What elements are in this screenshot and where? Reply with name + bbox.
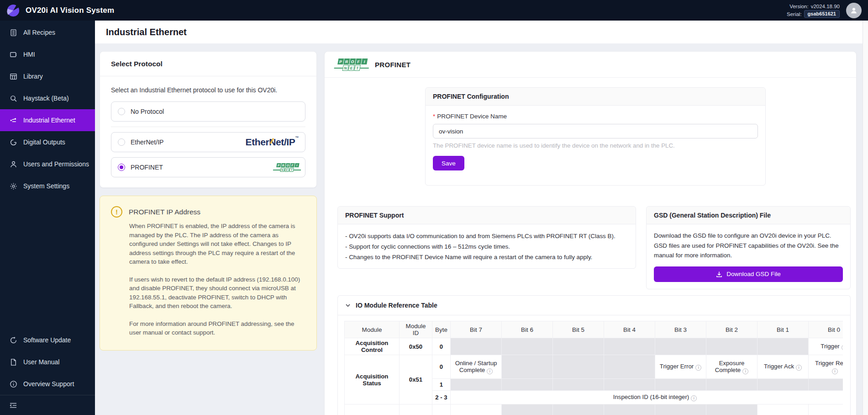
sidebar-item-system-settings[interactable]: System Settings [0, 175, 95, 197]
cell-exposure-complete: Exposure Completei [706, 355, 758, 379]
profinet-logo-letter: E [284, 168, 289, 172]
table-row-acquisition-control: Acquisition Control 0x50 0 Triggeri [345, 338, 843, 355]
sidebar-item-software-update[interactable]: Software Update [0, 329, 95, 351]
ethernet-ip-logo: EtherNet/IP™ [246, 137, 299, 148]
version-value: v2024.18.90 [811, 3, 840, 10]
profinet-logo-letter: I [361, 59, 368, 64]
cell-reserved [604, 379, 655, 391]
chevron-down-icon [345, 303, 351, 308]
cell-reserved [655, 379, 706, 391]
search-icon [10, 95, 17, 102]
app-title: OV20i AI Vision System [26, 6, 114, 15]
cell-reserved [758, 379, 809, 391]
profinet-support-title: PROFINET Support [338, 207, 636, 224]
cell-inspection: Inspection [809, 404, 843, 415]
protocol-option-no-protocol[interactable]: No Protocol [111, 101, 305, 122]
cell-reserved [604, 404, 655, 415]
page-scrollbar[interactable] [863, 21, 868, 415]
download-gsd-label: Download GSD File [726, 271, 781, 277]
serial-badge: gsab651621 [804, 10, 840, 18]
sidebar-item-hmi[interactable]: HMI [0, 43, 95, 65]
cell-trigger-ready: Trigger Readyi [809, 355, 843, 379]
sidebar-item-haystack[interactable]: Haystack (Beta) [0, 87, 95, 109]
device-name-input[interactable] [433, 124, 758, 138]
cell-module: Acquisition Status [345, 355, 400, 404]
cell-byte: 0 [432, 338, 451, 355]
radio-ethernet-ip[interactable] [118, 138, 125, 146]
profinet-panel: PROFI NET PROFINET PROFINET Configuratio… [324, 51, 857, 415]
download-icon [716, 271, 722, 277]
recipes-icon [10, 29, 17, 37]
radio-no-protocol[interactable] [118, 108, 125, 115]
profinet-logo-letter: F [290, 163, 295, 167]
cell-online-startup-complete: Online / Startup Completei [451, 355, 502, 379]
info-icon[interactable]: i [832, 368, 838, 374]
info-icon[interactable]: i [842, 345, 843, 351]
collapse-menu-icon[interactable] [9, 402, 17, 409]
sidebar-item-overview-support[interactable]: Overview Support [0, 373, 95, 395]
cell-reserved [451, 338, 502, 355]
cell-reserved [553, 404, 604, 415]
cell-module-id: 0x51 [400, 355, 432, 404]
profinet-logo-letter: O [285, 163, 290, 167]
cell-byte: 2 - 3 [432, 391, 451, 404]
cell-reserved [809, 379, 843, 391]
cell-byte: 0 [432, 404, 451, 415]
protocol-option-ethernet-ip[interactable]: EtherNet/IP EtherNet/IP™ [111, 132, 305, 152]
table-row-inspection-status: Inspection Status 0x53 0 Busyi Inspectio… [345, 404, 843, 415]
sidebar-item-label: Digital Outputs [23, 138, 65, 146]
support-bullet: - OV20i supports data I/O communication … [345, 231, 628, 241]
info-icon[interactable]: i [695, 365, 701, 371]
library-icon [10, 73, 17, 80]
info-icon[interactable]: i [691, 395, 697, 401]
page-title: Industrial Ethernet [95, 27, 187, 37]
cell-reserved [553, 379, 604, 391]
user-avatar[interactable] [846, 3, 862, 18]
page-title-band: Industrial Ethernet [95, 21, 868, 43]
sidebar-item-library[interactable]: Library [0, 65, 95, 87]
save-button[interactable]: Save [433, 156, 464, 170]
gsd-title: GSD (General Station Description) File [647, 207, 850, 224]
profinet-logo-letter: T [289, 168, 294, 172]
sidebar-item-label: All Recipes [23, 29, 55, 36]
profinet-ip-warning: ! PROFINET IP Address When PROFINET is e… [100, 196, 317, 351]
profinet-configuration-box: PROFINET Configuration *PROFINET Device … [425, 87, 766, 186]
sidebar: All Recipes HMI Library Haystack (Beta) … [0, 21, 95, 415]
warning-paragraph: If users wish to revert to the default I… [129, 275, 304, 311]
radio-profinet[interactable] [118, 164, 125, 171]
sidebar-item-label: System Settings [23, 182, 69, 190]
col-bit5: Bit 5 [553, 321, 604, 338]
cell-busy: Busyi [451, 404, 502, 415]
profinet-logo-small: PROFI NET [275, 163, 299, 172]
io-table-scroll-area[interactable]: Module Module ID Byte Bit 7 Bit 6 Bit 5 … [344, 321, 843, 415]
manual-icon [10, 358, 17, 366]
cell-reserved [553, 338, 604, 355]
io-table-title: IO Module Reference Table [356, 302, 437, 309]
version-block: Version:v2024.18.90 Serial:gsab651621 [787, 3, 840, 18]
sidebar-item-all-recipes[interactable]: All Recipes [0, 21, 95, 43]
sidebar-item-label: Haystack (Beta) [23, 95, 69, 102]
info-icon[interactable]: i [742, 368, 748, 374]
profinet-logo-letter: I [295, 163, 300, 167]
cell-module-id: 0x50 [400, 338, 432, 355]
info-icon[interactable]: i [796, 365, 802, 371]
profinet-logo-letter: R [281, 163, 286, 167]
cell-reserved [502, 338, 553, 355]
info-icon[interactable]: i [487, 368, 493, 374]
options-divider [111, 127, 305, 127]
io-table-section-toggle[interactable]: IO Module Reference Table [338, 296, 850, 315]
user-icon [850, 6, 858, 15]
protocol-option-profinet[interactable]: PROFINET PROFI NET [111, 157, 305, 177]
sidebar-item-digital-outputs[interactable]: Digital Outputs [0, 131, 95, 153]
device-name-label: *PROFINET Device Name [433, 113, 758, 120]
select-protocol-card: Select Protocol Select an Industrial Eth… [100, 51, 317, 188]
cell-module: Acquisition Control [345, 338, 400, 355]
cell-reserved [604, 355, 655, 379]
sidebar-item-industrial-ethernet[interactable]: Industrial Ethernet [0, 109, 95, 131]
download-gsd-button[interactable]: Download GSD File [654, 266, 843, 282]
col-bit1: Bit 1 [758, 321, 809, 338]
sidebar-item-user-manual[interactable]: User Manual [0, 351, 95, 373]
profinet-logo-letter: R [343, 59, 350, 64]
sidebar-item-label: Overview Support [23, 380, 74, 388]
sidebar-item-users-permissions[interactable]: Users and Permissions [0, 153, 95, 175]
